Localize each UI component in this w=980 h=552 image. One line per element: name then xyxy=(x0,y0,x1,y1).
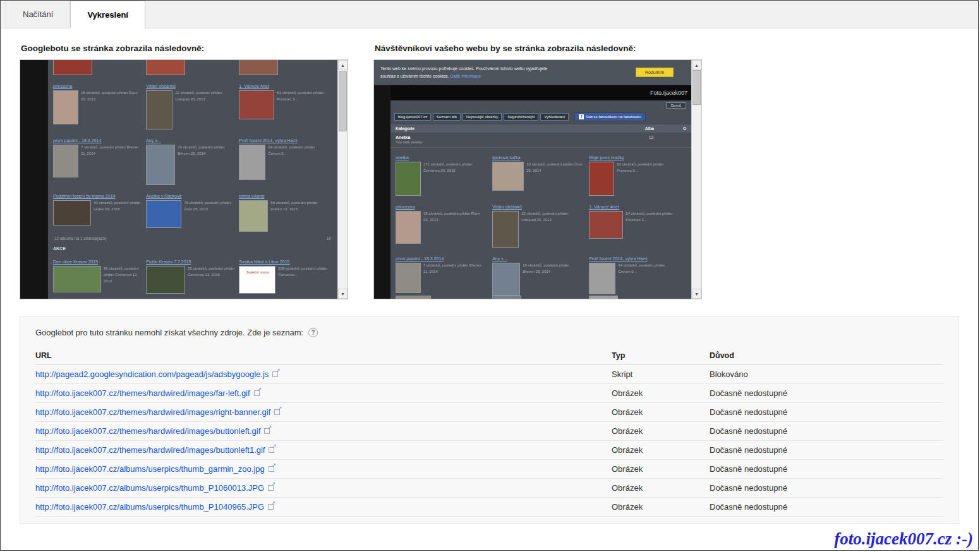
album-thumbnail[interactable] xyxy=(239,145,265,180)
album-thumbnail[interactable] xyxy=(492,162,524,191)
album-count: 19 obrázků, poslední přidán Březen 25, 2… xyxy=(178,145,235,157)
resource-url-link[interactable]: http://foto.ijacek007.cz/themes/hardwire… xyxy=(35,388,250,398)
album-thumbnail[interactable] xyxy=(53,200,91,225)
album-thumbnail[interactable] xyxy=(53,60,92,75)
gallery-row: první papání - 18.3.20147 obrázků, posle… xyxy=(48,131,337,186)
album-thumbnail[interactable] xyxy=(146,200,181,228)
album-link[interactable]: Požár Krasov 7.7.2015 xyxy=(146,259,191,265)
site-nav-button[interactable]: Nejnovější obrázky xyxy=(463,113,502,121)
album-thumbnail[interactable] xyxy=(396,211,421,244)
site-nav-button[interactable]: blog.ijacek007.cz xyxy=(394,113,431,121)
resource-url-link[interactable]: http://pagead2.googlesyndication.com/pag… xyxy=(35,369,269,379)
album-link[interactable]: Vítání občánků xyxy=(146,83,176,89)
resource-type: Obrázek xyxy=(612,498,710,517)
scrollbar-thumb[interactable] xyxy=(693,70,701,105)
album-thumbnail[interactable] xyxy=(589,296,618,299)
scrollbar-track[interactable] xyxy=(338,70,348,289)
album-link[interactable]: Moje první hračky xyxy=(589,155,624,160)
site-nav-button[interactable]: Seznam alb xyxy=(433,113,461,121)
album-cell: Požár Krasov 7.7.201525 obrázků, posledn… xyxy=(146,255,239,294)
album-count: 86 obrázků, poslední přidán Červenec 12,… xyxy=(104,266,142,284)
album-cell: Den obce Krasov 201586 obrázků, poslední… xyxy=(53,255,146,294)
scrollbar-thumb[interactable] xyxy=(339,71,347,131)
site-nav-button[interactable]: Nejprohlíženější xyxy=(504,113,538,121)
album-link[interactable]: Profi focení 2014, výhra Hami xyxy=(239,138,297,143)
album-cell: Vítání občánků22 obrázků, poslední přidá… xyxy=(492,200,589,248)
album-link[interactable]: Vítání občánků xyxy=(492,204,522,210)
album-link[interactable]: princezna xyxy=(396,204,414,210)
album-link[interactable]: prima víkend xyxy=(239,193,264,199)
album-count: 7 obrázků, poslední přidán Březen 11, 20… xyxy=(423,263,481,275)
cookie-accept-button[interactable]: Rozumím xyxy=(636,68,674,77)
album-thumbnail[interactable] xyxy=(589,162,614,196)
resource-url-link[interactable]: http://foto.ijacek007.cz/albums/userpics… xyxy=(35,483,264,493)
album-thumbnail[interactable] xyxy=(589,211,623,239)
album-link[interactable]: princezna xyxy=(53,83,72,89)
cookie-more-info-link[interactable]: Další informace xyxy=(451,74,481,78)
album-thumbnail[interactable] xyxy=(146,90,172,129)
gallery-row: Krnovská výstava fenomén IgeráčekSvatba … xyxy=(48,295,337,299)
album-thumbnail[interactable] xyxy=(396,263,421,293)
scroll-up-button[interactable]: ▲ xyxy=(692,60,701,70)
album-link[interactable]: Any s... xyxy=(492,256,507,261)
album-link[interactable]: Profi focení 2014, výhra Hami xyxy=(589,256,647,261)
album-thumbnail[interactable] xyxy=(239,90,274,119)
album-thumbnail[interactable] xyxy=(239,200,268,232)
album-count: 34 obrázků, poslední přidán Červen 0... xyxy=(618,263,676,275)
scroll-down-button[interactable]: ▼ xyxy=(338,289,348,299)
album-thumbnail[interactable]: Svatební noviny xyxy=(239,266,275,294)
album-thumbnail[interactable] xyxy=(146,266,185,294)
album-thumbnail[interactable] xyxy=(492,211,519,248)
resource-url-link[interactable]: http://foto.ijacek007.cz/albums/userpics… xyxy=(35,464,265,474)
scroll-up-button[interactable]: ▲ xyxy=(338,60,348,70)
help-icon[interactable]: ? xyxy=(308,328,318,337)
album-thumbnail[interactable] xyxy=(146,145,175,185)
external-link-icon: ↗ xyxy=(274,408,281,415)
cookie-text: Tento web ke svému provozu potřebuje coo… xyxy=(380,65,547,79)
album-count: 10 obrázků, poslední přidán Únor 25, 201… xyxy=(526,162,584,174)
album-cell: princezna18 obrázků, poslední přidán Říj… xyxy=(53,79,146,129)
album-thumbnail[interactable] xyxy=(396,296,431,299)
scrollbar-track[interactable] xyxy=(692,70,701,289)
column-header-duvod: Důvod xyxy=(710,346,943,365)
googlebot-preview-scrollbar[interactable]: ▲ ▼ xyxy=(337,60,348,299)
scroll-down-icon: ▼ xyxy=(694,292,699,296)
albums-page-number[interactable]: 10 xyxy=(327,236,331,241)
resource-url-link[interactable]: http://foto.ijacek007.cz/albums/userpics… xyxy=(35,502,264,512)
album-thumbnail[interactable] xyxy=(589,263,615,294)
resource-url-link[interactable]: http://foto.ijacek007.cz/themes/hardwire… xyxy=(35,407,270,417)
album-link[interactable]: první papání - 18.3.2014 xyxy=(53,138,101,143)
tab-vykresleni[interactable]: Vykreslení xyxy=(70,1,145,28)
album-thumbnail[interactable] xyxy=(53,90,78,124)
site-nav-button[interactable]: Vyhledávání xyxy=(540,113,569,121)
album-link[interactable]: Any s... xyxy=(146,138,160,143)
album-link[interactable]: Podzimní focení by mama 2014 xyxy=(53,193,115,199)
album-thumbnail[interactable] xyxy=(396,162,421,196)
album-link[interactable]: Anetka v Rackově xyxy=(146,193,181,199)
album-thumbnail[interactable] xyxy=(239,60,278,75)
resource-type: Obrázek xyxy=(612,422,710,441)
album-link[interactable]: Den obce Krasov 2015 xyxy=(53,259,98,265)
album-link[interactable]: první papání - 18.3.2014 xyxy=(396,256,444,261)
resource-url-link[interactable]: http://foto.ijacek007.cz/themes/hardwire… xyxy=(35,426,260,436)
album-thumbnail[interactable] xyxy=(53,266,101,292)
visitor-preview-scrollbar[interactable]: ▲ ▼ xyxy=(691,60,701,299)
tab-nacitani[interactable]: Načítání xyxy=(6,1,70,28)
resource-url-link[interactable]: http://foto.ijacek007.cz/themes/hardwire… xyxy=(35,445,265,455)
album-thumbnail[interactable] xyxy=(53,145,78,177)
album-thumbnail[interactable] xyxy=(492,296,521,299)
facebook-fan-button[interactable]: fStát se fanouškem na facebooku xyxy=(574,112,645,121)
home-button[interactable]: Domů xyxy=(666,102,686,109)
category-name[interactable]: Anetka xyxy=(396,135,422,140)
album-thumbnail[interactable] xyxy=(146,60,185,75)
album-link[interactable]: Svatba Nikol a Libor 2015 xyxy=(239,259,289,265)
category-table-header: Kategorie Alba O xyxy=(390,124,691,133)
album-thumbnail[interactable] xyxy=(492,263,520,296)
album-count: 92 obrázků, poslední přidán Prosinec 0..… xyxy=(617,162,675,174)
album-link[interactable]: 1. Vánoce Anet xyxy=(239,83,269,89)
album-link[interactable]: 1. Vánoce Anet xyxy=(589,204,619,210)
gallery-row: princezna18 obrázků, poslední přidán Říj… xyxy=(390,197,691,249)
album-link[interactable]: ijackova loďka xyxy=(492,155,520,160)
scroll-down-button[interactable]: ▼ xyxy=(692,289,701,299)
album-link[interactable]: anetka xyxy=(396,155,409,160)
